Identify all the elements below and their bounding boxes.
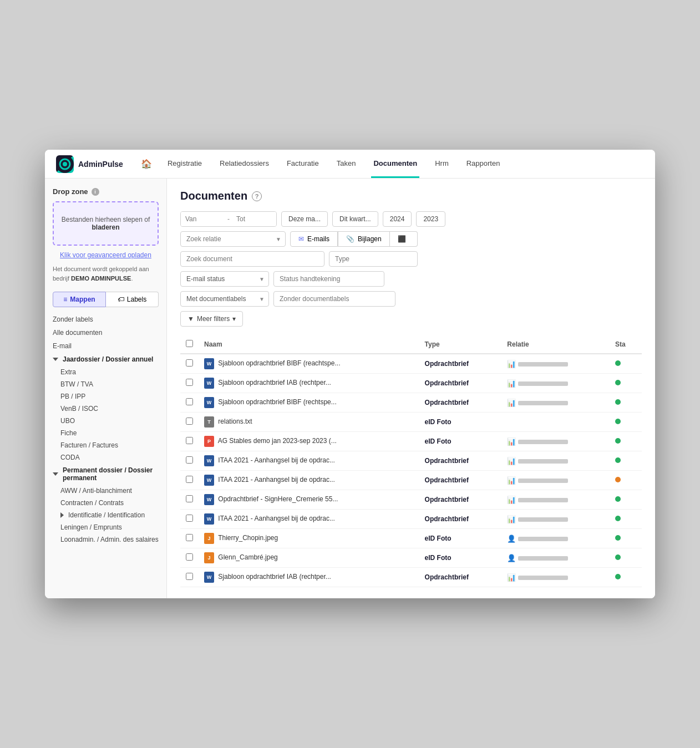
home-icon[interactable]: 🏠 bbox=[141, 159, 152, 169]
sidebar-item-pb[interactable]: PB / IPP bbox=[45, 390, 166, 403]
sidebar-item-btw[interactable]: BTW / TVA bbox=[45, 378, 166, 390]
row-name-cell: W ITAA 2021 - Aanhangsel bij de opdrac..… bbox=[199, 510, 419, 529]
logo[interactable]: AdminPulse bbox=[56, 155, 123, 173]
row-checkbox[interactable] bbox=[186, 379, 193, 386]
attach-icon: 📎 bbox=[346, 235, 354, 243]
row-checkbox-cell[interactable] bbox=[180, 529, 199, 548]
date-to-input[interactable] bbox=[232, 212, 276, 226]
sidebar-item-contracten[interactable]: Contracten / Contrats bbox=[45, 497, 166, 509]
row-checkbox-cell[interactable] bbox=[180, 548, 199, 568]
row-checkbox[interactable] bbox=[186, 398, 193, 405]
meer-filters-btn[interactable]: ▼ Meer filters ▾ bbox=[180, 311, 243, 327]
email-status-select[interactable]: E-mail status bbox=[180, 271, 269, 287]
dit-kwartaal-btn[interactable]: Dit kwart... bbox=[332, 211, 378, 227]
file-icon: P bbox=[204, 436, 214, 447]
row-checkbox[interactable] bbox=[186, 418, 193, 425]
table-row: W ITAA 2021 - Aanhangsel bij de opdrac..… bbox=[180, 510, 642, 529]
row-checkbox-cell[interactable] bbox=[180, 354, 199, 374]
sidebar-item-fiche[interactable]: Fiche bbox=[45, 427, 166, 439]
sidebar-item-identificatie[interactable]: Identificatie / Identification bbox=[45, 509, 166, 521]
nav-registratie[interactable]: Registratie bbox=[165, 150, 204, 178]
sidebar-item-extra[interactable]: Extra bbox=[45, 366, 166, 378]
relatie-bar bbox=[518, 381, 568, 386]
row-checkbox-cell[interactable] bbox=[180, 432, 199, 451]
sidebar-item-ubo[interactable]: UBO bbox=[45, 415, 166, 427]
sidebar-item-alle-documenten[interactable]: Alle documenten bbox=[45, 326, 166, 339]
row-checkbox[interactable] bbox=[186, 573, 193, 580]
row-checkbox[interactable] bbox=[186, 437, 193, 444]
status-indicator bbox=[615, 554, 621, 560]
row-checkbox-cell[interactable] bbox=[180, 510, 199, 529]
row-checkbox-cell[interactable] bbox=[180, 413, 199, 432]
file-name: relations.txt bbox=[218, 418, 252, 425]
row-checkbox-cell[interactable] bbox=[180, 451, 199, 471]
sidebar-item-coda[interactable]: CODA bbox=[45, 451, 166, 464]
row-checkbox-cell[interactable] bbox=[180, 568, 199, 587]
row-checkbox[interactable] bbox=[186, 476, 193, 483]
status-indicator bbox=[615, 399, 621, 405]
tab-mappen[interactable]: ≡ Mappen bbox=[53, 292, 106, 307]
relation-icon: 📊 bbox=[507, 573, 516, 582]
sidebar-item-loonadmin[interactable]: Loonadmin. / Admin. des salaires bbox=[45, 533, 166, 546]
pdf-btn[interactable]: ⬛ bbox=[390, 231, 418, 247]
year-2024-btn[interactable]: 2024 bbox=[383, 211, 412, 227]
help-icon[interactable]: ? bbox=[252, 191, 262, 201]
advanced-upload-link[interactable]: Klik voor geavanceerd opladen bbox=[53, 251, 159, 259]
nav-relatiedossiers[interactable]: Relatiedossiers bbox=[217, 150, 271, 178]
row-checkbox[interactable] bbox=[186, 553, 193, 561]
nav-facturatie[interactable]: Facturatie bbox=[285, 150, 321, 178]
nav-taken[interactable]: Taken bbox=[334, 150, 358, 178]
file-icon: W bbox=[204, 397, 214, 408]
row-relatie-cell: 📊 bbox=[501, 471, 610, 490]
emails-btn[interactable]: ✉ E-mails bbox=[290, 231, 338, 247]
row-checkbox[interactable] bbox=[186, 515, 193, 522]
nav-documenten[interactable]: Documenten bbox=[371, 150, 419, 178]
deze-maand-btn[interactable]: Deze ma... bbox=[281, 211, 328, 227]
mappen-icon: ≡ bbox=[63, 296, 67, 303]
page-title: Documenten ? bbox=[180, 190, 642, 202]
sidebar-item-aww[interactable]: AWW / Anti-blanchiment bbox=[45, 485, 166, 497]
row-checkbox[interactable] bbox=[186, 534, 193, 541]
sidebar-item-zonder-labels[interactable]: Zonder labels bbox=[45, 313, 166, 326]
sidebar-group-permanent[interactable]: Permanent dossier / Dossier permanent bbox=[45, 464, 166, 485]
table-row: P AG Stables demo jan 2023-sep 2023 (...… bbox=[180, 432, 642, 451]
sidebar-item-email[interactable]: E-mail bbox=[45, 339, 166, 353]
dropzone-info-icon[interactable]: i bbox=[92, 188, 99, 196]
sidebar-nav: Zonder labels Alle documenten E-mail Jaa… bbox=[45, 313, 166, 546]
file-icon: J bbox=[204, 552, 214, 563]
row-checkbox[interactable] bbox=[186, 495, 193, 502]
table-row: W Sjabloon opdrachtbrief BIBF (rechtspe.… bbox=[180, 393, 642, 413]
status-indicator bbox=[615, 438, 621, 444]
zonder-labels-input[interactable] bbox=[273, 291, 395, 307]
row-checkbox-cell[interactable] bbox=[180, 471, 199, 490]
main-content: Documenten ? - Deze ma... Dit kwart... 2… bbox=[167, 179, 655, 598]
row-relatie-cell: 👤 bbox=[501, 529, 610, 548]
select-all-checkbox[interactable] bbox=[186, 340, 193, 347]
row-checkbox-cell[interactable] bbox=[180, 393, 199, 413]
year-2023-btn[interactable]: 2023 bbox=[416, 211, 445, 227]
handtekening-status-input[interactable] bbox=[273, 271, 384, 287]
sidebar-item-facturen[interactable]: Facturen / Factures bbox=[45, 439, 166, 451]
sidebar-group-jaardossier[interactable]: Jaardossier / Dossier annuel bbox=[45, 353, 166, 366]
met-labels-select[interactable]: Met documentlabels bbox=[180, 291, 269, 307]
bijlagen-btn[interactable]: 📎 Bijlagen bbox=[338, 231, 390, 247]
row-status-cell bbox=[610, 568, 642, 587]
relatie-search-input[interactable] bbox=[180, 231, 286, 247]
nav-hrm[interactable]: Hrm bbox=[433, 150, 451, 178]
row-checkbox-cell[interactable] bbox=[180, 374, 199, 393]
top-navigation: AdminPulse 🏠 Registratie Relatiedossiers… bbox=[45, 150, 655, 179]
date-from-input[interactable] bbox=[181, 212, 225, 226]
doc-search-input[interactable] bbox=[180, 251, 324, 267]
nav-rapporten[interactable]: Rapporten bbox=[464, 150, 503, 178]
date-range-filter[interactable]: - bbox=[180, 211, 277, 227]
tab-labels[interactable]: 🏷 Labels bbox=[106, 292, 159, 307]
dropzone-area[interactable]: Bestanden hierheen slepen of bladeren bbox=[53, 201, 159, 246]
row-checkbox-cell[interactable] bbox=[180, 490, 199, 510]
type-filter-input[interactable] bbox=[329, 251, 418, 267]
row-checkbox[interactable] bbox=[186, 456, 193, 464]
file-name: Sjabloon opdrachtbrief IAB (rechtper... bbox=[218, 573, 331, 581]
sidebar-item-leningen[interactable]: Leningen / Emprunts bbox=[45, 521, 166, 533]
row-checkbox[interactable] bbox=[186, 359, 193, 367]
sidebar-item-venb[interactable]: VenB / ISOC bbox=[45, 403, 166, 415]
doc-type: eID Foto bbox=[425, 554, 452, 562]
